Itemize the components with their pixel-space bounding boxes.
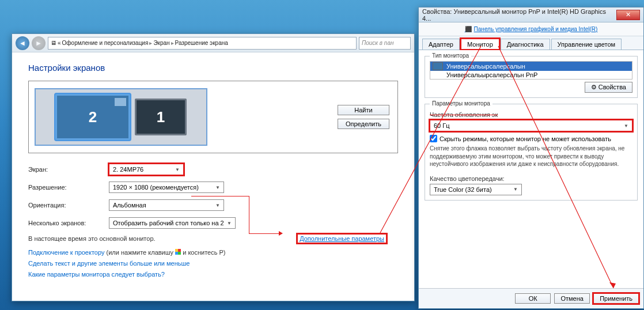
breadcrumb[interactable]: 🖥 « Оформление и персонализация ▸ Экран … (48, 37, 357, 50)
monitor-type-group: Тип монитора Универсальырсалерсалын Унив… (425, 56, 638, 98)
monitor-2[interactable]: 2 (55, 94, 130, 140)
orientation-dropdown[interactable]: Альбомная▼ (109, 199, 224, 211)
breadcrumb-part[interactable]: Экран (153, 40, 169, 46)
group-title: Тип монитора (430, 52, 471, 59)
hide-note: Снятие этого флажка позволяет выбрать ча… (430, 145, 632, 168)
text-size-link[interactable]: Сделать текст и другие элементы больше и… (28, 260, 398, 267)
page-title: Настройки экранов (28, 63, 398, 73)
group-title: Параметры монитора (430, 100, 493, 107)
cancel-button[interactable]: Отмена (554, 293, 590, 304)
tab-strip: Адаптер Монитор Диагностика Управление ц… (419, 36, 643, 50)
display-settings-window: ◄ ► 🖥 « Оформление и персонализация ▸ Эк… (12, 33, 415, 301)
monitor-preview[interactable]: 2 1 (35, 88, 207, 146)
dialog-button-row: ОК Отмена Применить (419, 288, 643, 308)
tab-monitor[interactable]: Монитор (461, 39, 499, 50)
multi-label: Несколько экранов: (28, 220, 109, 226)
tab-adapter[interactable]: Адаптер (422, 39, 460, 50)
checkbox-input[interactable] (430, 135, 437, 142)
hide-modes-checkbox[interactable]: Скрыть режимы, которые монитор не может … (430, 135, 632, 142)
refresh-rate-dropdown[interactable]: 60 Гц▼ (430, 120, 632, 131)
monitor-1[interactable]: 1 (135, 99, 187, 135)
multi-dropdown[interactable]: Отобразить рабочий стол только на 2▼ (109, 217, 236, 229)
annotation-line (249, 196, 249, 233)
annotation-arrowhead (279, 231, 283, 236)
explorer-toolbar: ◄ ► 🖥 « Оформление и персонализация ▸ Эк… (12, 34, 414, 52)
find-button[interactable]: Найти (338, 105, 389, 115)
monitor-icon (433, 62, 443, 70)
properties-button[interactable]: ⚙ Свойства (585, 82, 632, 93)
resolution-dropdown[interactable]: 1920 × 1080 (рекомендуется)▼ (109, 182, 224, 193)
refresh-label: Частота обновления эк (430, 111, 632, 118)
search-input[interactable]: Поиск в пан (359, 37, 411, 50)
apply-button[interactable]: Применить (593, 293, 639, 304)
resolution-label: Разрешение: (28, 184, 109, 191)
color-quality-label: Качество цветопередачи: (430, 175, 632, 182)
intel-icon: ⬛ (465, 26, 472, 32)
monitor-params-group: Параметры монитора Частота обновления эк… (425, 104, 638, 201)
primary-note: В настоящее время это основной монитор. (28, 235, 156, 242)
ok-button[interactable]: ОК (515, 293, 551, 304)
dialog-title: Свойства: Универсальный монитор PnP и In… (422, 8, 614, 22)
advanced-settings-link[interactable]: Дополнительные параметры (297, 234, 387, 243)
back-button[interactable]: ◄ (16, 36, 29, 50)
monitor-list-item[interactable]: Универсальырсалерсальн PnP (430, 71, 632, 79)
forward-button[interactable]: ► (32, 36, 46, 50)
help-link[interactable]: Какие параметры монитора следует выбрать… (28, 271, 398, 278)
screen-label: Экран: (28, 166, 109, 173)
tab-body: Тип монитора Универсальырсалерсалын Унив… (419, 50, 643, 281)
titlebar[interactable]: Свойства: Универсальный монитор PnP и In… (419, 7, 643, 22)
projector-link[interactable]: Подключение к проектору (или нажмите кла… (28, 249, 398, 256)
color-quality-dropdown[interactable]: True Color (32 бита)▼ (430, 184, 522, 195)
monitor-properties-dialog: Свойства: Универсальный монитор PnP и In… (418, 7, 644, 309)
screen-dropdown[interactable]: 2. 24MP76▼ (109, 164, 184, 175)
detect-button[interactable]: Определить (338, 119, 389, 129)
monitor-icon: 🖥 (51, 40, 56, 46)
close-button[interactable]: ✕ (616, 10, 640, 20)
tab-diagnostics[interactable]: Диагностика (501, 39, 550, 50)
breadcrumb-part[interactable]: Разрешение экрана (175, 40, 228, 46)
tab-color[interactable]: Управление цветом (551, 39, 622, 50)
intel-panel-row: ⬛Панель управления графикой и медиа Inte… (419, 22, 643, 36)
intel-panel-link[interactable]: ⬛Панель управления графикой и медиа Inte… (465, 26, 598, 32)
preview-thumb-icon (115, 98, 126, 106)
annotation-line (191, 196, 249, 196)
monitor-list-item[interactable]: Универсальырсалерсалын (430, 62, 632, 71)
orientation-label: Ориентация: (28, 202, 109, 209)
content-area: Настройки экранов 2 1 Найти Определить Э… (12, 52, 414, 288)
monitor-arrangement-box: 2 1 Найти Определить (28, 81, 398, 153)
windows-key-icon (175, 249, 181, 255)
breadcrumb-part[interactable]: Оформление и персонализация (62, 40, 149, 46)
annotation-line (249, 233, 279, 234)
